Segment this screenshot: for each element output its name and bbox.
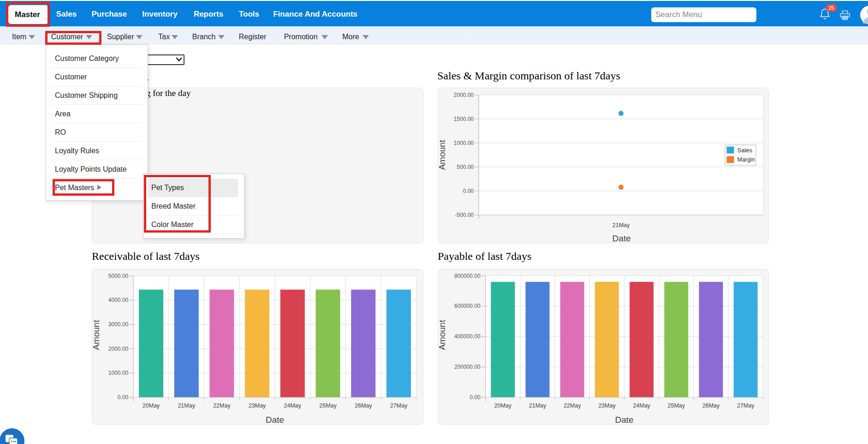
svg-text:-500.00: -500.00 [455, 212, 474, 218]
svg-text:22May: 22May [564, 402, 581, 409]
svg-text:Date: Date [266, 415, 284, 425]
svg-text:500.00: 500.00 [457, 164, 474, 170]
svg-text:Sales: Sales [737, 147, 753, 154]
svg-text:27May: 27May [737, 402, 755, 409]
svg-text:0.00: 0.00 [470, 394, 481, 401]
svg-text:26May: 26May [702, 402, 720, 409]
svg-text:27May: 27May [390, 402, 408, 409]
svg-text:26May: 26May [355, 402, 372, 409]
svg-text:400000.00: 400000.00 [454, 333, 481, 340]
svg-text:25May: 25May [668, 402, 685, 409]
svg-text:23May: 23May [249, 402, 266, 409]
svg-text:20May: 20May [143, 402, 160, 409]
svg-text:24May: 24May [633, 402, 650, 409]
svg-text:21May: 21May [612, 222, 630, 228]
svg-text:23May: 23May [598, 402, 616, 409]
svg-text:Amount: Amount [438, 139, 447, 170]
svg-text:21May: 21May [529, 402, 547, 409]
svg-text:24May: 24May [284, 402, 302, 409]
svg-text:Margin: Margin [737, 156, 755, 163]
svg-text:20May: 20May [494, 402, 512, 409]
svg-text:0.00: 0.00 [463, 188, 474, 194]
svg-text:2000.00: 2000.00 [108, 346, 129, 352]
svg-text:1500.00: 1500.00 [454, 116, 474, 122]
svg-text:21May: 21May [178, 402, 195, 409]
svg-text:Date: Date [612, 234, 630, 243]
svg-text:600000.00: 600000.00 [454, 303, 481, 309]
svg-text:Amount: Amount [92, 319, 101, 350]
svg-text:22May: 22May [213, 402, 231, 409]
svg-text:2000.00: 2000.00 [454, 92, 474, 98]
svg-text:5000.00: 5000.00 [108, 273, 129, 279]
svg-text:25May: 25May [319, 402, 337, 409]
svg-text:1000.00: 1000.00 [454, 140, 474, 146]
svg-text:1000.00: 1000.00 [108, 370, 129, 376]
svg-text:4000.00: 4000.00 [108, 297, 129, 303]
svg-text:200000.00: 200000.00 [454, 364, 481, 370]
svg-text:0.00: 0.00 [118, 394, 129, 401]
svg-text:3000.00: 3000.00 [108, 321, 129, 328]
svg-text:Amount: Amount [438, 319, 447, 350]
svg-text:Date: Date [615, 415, 633, 425]
svg-text:800000.00: 800000.00 [454, 273, 481, 279]
